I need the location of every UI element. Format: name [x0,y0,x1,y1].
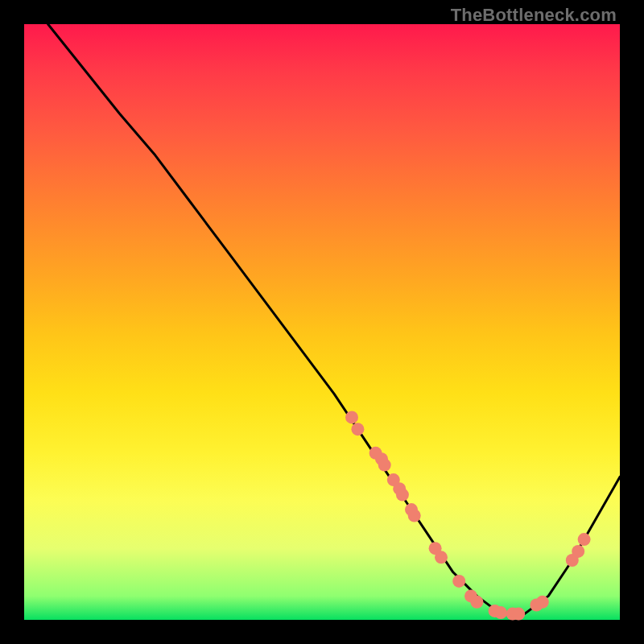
data-point [470,596,483,609]
data-point [408,510,421,522]
data-point [536,596,549,609]
data-point [378,459,391,472]
chart-overlay [0,0,644,644]
bottleneck-curve [48,24,620,614]
curve-layer [48,24,620,614]
data-point [351,423,364,436]
data-point [494,606,507,619]
data-point [396,489,409,502]
data-point [345,411,358,423]
data-point [578,533,591,546]
data-point [512,608,525,621]
data-point [572,545,584,558]
data-point [452,575,465,588]
data-point [435,551,448,564]
